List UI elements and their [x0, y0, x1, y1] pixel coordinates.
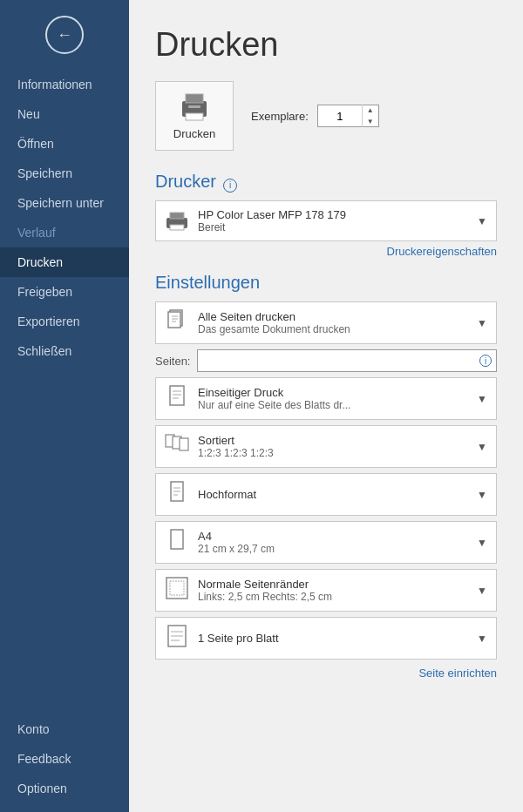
printer-section-header: Drucker i — [155, 168, 497, 200]
print-area: Drucken Exemplare: ▲ ▼ — [155, 81, 497, 151]
pages-range-arrow: ▼ — [477, 317, 487, 329]
printer-icon-svg — [165, 212, 189, 231]
sidebar-item-speichern[interactable]: Speichern — [0, 159, 129, 188]
sidebar-item-speichern-unter[interactable]: Speichern unter — [0, 188, 129, 218]
orientation-arrow: ▼ — [477, 489, 487, 501]
duplex-title: Einseitiger Druck — [198, 386, 487, 399]
sidebar-item-neu[interactable]: Neu — [0, 99, 129, 129]
printer-properties-link[interactable]: Druckereigenschaften — [387, 245, 497, 258]
printer-icon-small — [165, 212, 189, 231]
spinner-arrows: ▲ ▼ — [362, 105, 378, 127]
margins-arrow: ▼ — [477, 585, 487, 597]
svg-rect-12 — [170, 386, 184, 405]
copies-area: Exemplare: ▲ ▼ — [251, 105, 379, 127]
printer-section-title: Drucker — [155, 172, 216, 192]
back-icon: ← — [57, 26, 72, 44]
settings-margins[interactable]: Normale Seitenränder Links: 2,5 cm Recht… — [155, 569, 497, 612]
settings-collate[interactable]: Sortiert 1:2:3 1:2:3 1:2:3 ▼ — [155, 425, 497, 468]
margins-subtitle: Links: 2,5 cm Rechts: 2,5 cm — [198, 591, 487, 603]
page-range-info-icon[interactable]: i — [479, 355, 492, 367]
printer-selector[interactable]: HP Color Laser MFP 178 179 Bereit ▼ — [155, 200, 497, 241]
sidebar-item-drucken[interactable]: Drucken — [0, 247, 129, 277]
margins-icon — [165, 577, 189, 604]
sidebar-item-verlauf: Verlauf — [0, 218, 129, 247]
copies-input[interactable] — [318, 105, 362, 126]
pages-per-sheet-text: 1 Seite pro Blatt — [198, 632, 487, 645]
printer-status: Bereit — [198, 221, 346, 233]
nav-items: Informationen Neu Öffnen Speichern Speic… — [0, 70, 129, 812]
duplex-icon-svg — [167, 385, 187, 408]
svg-rect-23 — [171, 530, 183, 549]
copies-label: Exemplare: — [251, 110, 309, 123]
pages-range-icon — [165, 309, 189, 336]
settings-pages-range[interactable]: Alle Seiten drucken Das gesamte Dokument… — [155, 301, 497, 344]
paper-size-arrow: ▼ — [477, 537, 487, 549]
sidebar-item-oeffnen[interactable]: Öffnen — [0, 129, 129, 159]
sidebar: ← Informationen Neu Öffnen Speichern Spe… — [0, 0, 129, 812]
collate-subtitle: 1:2:3 1:2:3 1:2:3 — [198, 447, 487, 459]
perpage-icon-svg — [167, 625, 187, 647]
printer-properties-link-container: Druckereigenschaften — [155, 243, 497, 259]
collate-icon — [165, 433, 189, 460]
orientation-icon — [165, 481, 189, 508]
orientation-title: Hochformat — [198, 488, 487, 501]
nav-bottom: Konto Feedback Optionen — [0, 714, 129, 803]
svg-rect-6 — [170, 225, 184, 230]
pages-per-sheet-arrow: ▼ — [477, 633, 487, 645]
printer-info-icon[interactable]: i — [223, 179, 237, 193]
collate-icon-svg — [165, 433, 189, 456]
printer-dropdown-arrow: ▼ — [477, 215, 487, 227]
page-range-input-wrap: i — [197, 349, 497, 372]
printer-name: HP Color Laser MFP 178 179 — [198, 208, 346, 221]
settings-duplex[interactable]: Einseitiger Druck Nur auf eine Seite des… — [155, 377, 497, 420]
settings-orientation[interactable]: Hochformat ▼ — [155, 473, 497, 516]
settings-pages-per-sheet[interactable]: 1 Seite pro Blatt ▼ — [155, 617, 497, 660]
margin-icon-svg — [166, 577, 188, 599]
printer-svg — [179, 92, 210, 122]
svg-rect-1 — [186, 94, 203, 103]
pages-per-sheet-title: 1 Seite pro Blatt — [198, 632, 487, 645]
page-title: Drucken — [155, 26, 497, 64]
collate-arrow: ▼ — [477, 441, 487, 453]
collate-title: Sortiert — [198, 434, 487, 447]
svg-rect-8 — [168, 312, 180, 328]
svg-rect-18 — [180, 438, 188, 450]
pages-range-subtitle: Das gesamte Dokument drucken — [198, 323, 487, 335]
sidebar-item-optionen[interactable]: Optionen — [0, 774, 129, 803]
duplex-arrow: ▼ — [477, 393, 487, 405]
settings-section-title: Einstellungen — [155, 273, 497, 293]
paper-icon-svg — [169, 529, 185, 551]
page-range-row: Seiten: i — [155, 349, 497, 372]
back-button[interactable]: ← — [45, 16, 84, 54]
paper-size-title: A4 — [198, 530, 487, 543]
sidebar-item-exportieren[interactable]: Exportieren — [0, 307, 129, 336]
duplex-subtitle: Nur auf eine Seite des Blatts dr... — [198, 399, 487, 411]
duplex-text: Einseitiger Druck Nur auf eine Seite des… — [198, 386, 487, 411]
spinner-down[interactable]: ▼ — [363, 116, 378, 127]
spinner-up[interactable]: ▲ — [363, 105, 378, 116]
sidebar-item-konto[interactable]: Konto — [0, 714, 129, 744]
paper-size-icon — [165, 529, 189, 556]
print-button-label: Drucken — [173, 127, 215, 140]
margins-text: Normale Seitenränder Links: 2,5 cm Recht… — [198, 578, 487, 603]
pages-range-title: Alle Seiten drucken — [198, 310, 487, 323]
collate-text: Sortiert 1:2:3 1:2:3 1:2:3 — [198, 434, 487, 459]
settings-paper-size[interactable]: A4 21 cm x 29,7 cm ▼ — [155, 521, 497, 564]
page-range-input[interactable] — [197, 349, 497, 372]
setup-link-container: Seite einrichten — [155, 665, 497, 680]
sidebar-item-feedback[interactable]: Feedback — [0, 744, 129, 774]
sidebar-item-freigeben[interactable]: Freigeben — [0, 277, 129, 307]
pages-icon-svg — [167, 309, 187, 332]
setup-link[interactable]: Seite einrichten — [418, 667, 497, 680]
pages-label: Seiten: — [155, 355, 190, 368]
paper-size-text: A4 21 cm x 29,7 cm — [198, 530, 487, 555]
main-content: Drucken Drucken Exemplare: ▲ ▼ — [129, 0, 523, 812]
paper-size-subtitle: 21 cm x 29,7 cm — [198, 543, 487, 555]
printer-icon-large — [179, 92, 210, 122]
sidebar-item-schliessen[interactable]: Schließen — [0, 336, 129, 366]
print-button[interactable]: Drucken — [155, 81, 234, 151]
sidebar-item-informationen[interactable]: Informationen — [0, 70, 129, 99]
copies-spinner: ▲ ▼ — [317, 105, 379, 127]
duplex-icon — [165, 385, 189, 412]
svg-rect-5 — [170, 213, 184, 219]
